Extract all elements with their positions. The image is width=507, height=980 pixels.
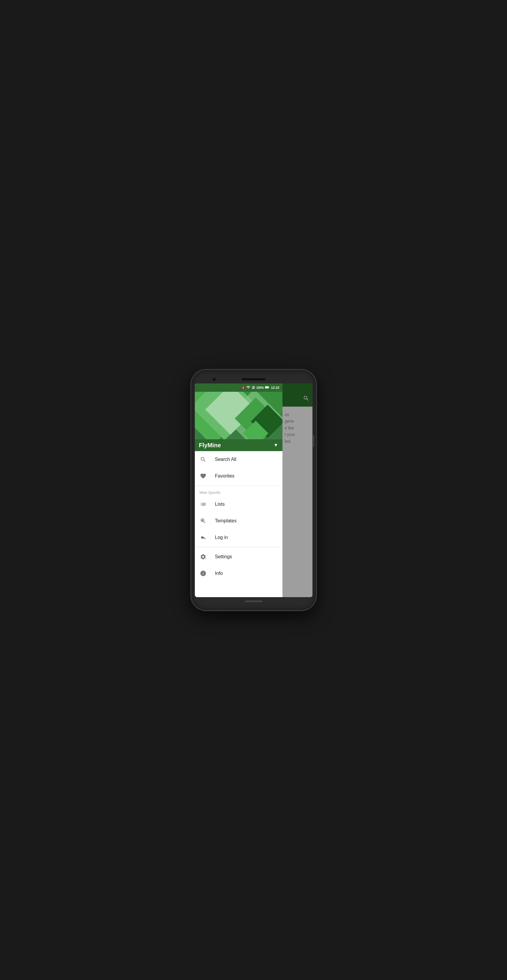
- svg-rect-6: [265, 387, 268, 388]
- svg-rect-1: [252, 388, 253, 389]
- login-label: Log in: [215, 535, 228, 540]
- mine-specific-section: Mine Specific: [195, 487, 282, 496]
- right-panel: es gene e the t your led: [282, 383, 312, 597]
- menu-item-search-all[interactable]: Search All: [195, 451, 282, 468]
- app-title: FlyMine: [199, 442, 221, 449]
- phone-screen: 🔇 100% 12:22: [195, 383, 312, 597]
- svg-rect-2: [254, 387, 254, 389]
- right-body-text: es gene e the t your led: [282, 407, 312, 597]
- svg-rect-0: [252, 388, 252, 389]
- header-title-bar: FlyMine ▼: [195, 439, 282, 451]
- battery-icon: [265, 386, 269, 390]
- menu-item-favorites[interactable]: Favorites: [195, 468, 282, 484]
- status-bar: 🔇 100% 12:22: [195, 383, 282, 392]
- phone-speaker: [242, 378, 266, 380]
- svg-rect-5: [269, 387, 269, 388]
- menu-item-settings[interactable]: Settings: [195, 549, 282, 565]
- volume-button[interactable]: [313, 435, 314, 447]
- divider-2: [195, 547, 282, 547]
- chevron-down-icon[interactable]: ▼: [274, 442, 278, 448]
- right-status-bar: [282, 383, 312, 392]
- lists-icon: [199, 501, 207, 508]
- search-all-label: Search All: [215, 457, 236, 462]
- vibrate-icon: 🔇: [241, 386, 245, 390]
- heart-icon: [199, 473, 207, 480]
- divider-1: [195, 485, 282, 486]
- menu-item-lists[interactable]: Lists: [195, 496, 282, 512]
- templates-label: Templates: [215, 518, 237, 523]
- wifi-icon: [246, 385, 250, 390]
- search-icon: [199, 456, 207, 463]
- header-graphic: [195, 392, 282, 439]
- phone-home-button[interactable]: [245, 600, 263, 602]
- menu-item-login[interactable]: Log in: [195, 529, 282, 546]
- phone-bottom-bar: [195, 597, 312, 605]
- navigation-drawer: 🔇 100% 12:22: [195, 383, 282, 597]
- search-icon-right[interactable]: [303, 395, 309, 403]
- menu-content: Search All Favorites Mine Specific: [195, 451, 282, 597]
- phone-top-bar: [195, 375, 312, 383]
- menu-item-info[interactable]: Info: [195, 565, 282, 582]
- app-header: FlyMine ▼: [195, 392, 282, 451]
- login-icon: [199, 534, 207, 541]
- menu-item-templates[interactable]: Templates: [195, 512, 282, 529]
- time-display: 12:22: [271, 386, 279, 390]
- settings-label: Settings: [215, 554, 232, 560]
- signal-icon: [252, 385, 255, 390]
- favorites-label: Favorites: [215, 473, 234, 479]
- info-label: Info: [215, 571, 223, 576]
- right-header: [282, 392, 312, 407]
- templates-icon: [199, 517, 207, 524]
- status-icons: 🔇 100% 12:22: [241, 385, 279, 390]
- battery-percentage: 100%: [256, 386, 264, 390]
- svg-rect-3: [254, 387, 255, 389]
- phone-camera: [213, 378, 216, 381]
- settings-icon: [199, 553, 207, 560]
- lists-label: Lists: [215, 501, 225, 507]
- info-icon: [199, 570, 207, 577]
- phone-frame: 🔇 100% 12:22: [191, 370, 316, 610]
